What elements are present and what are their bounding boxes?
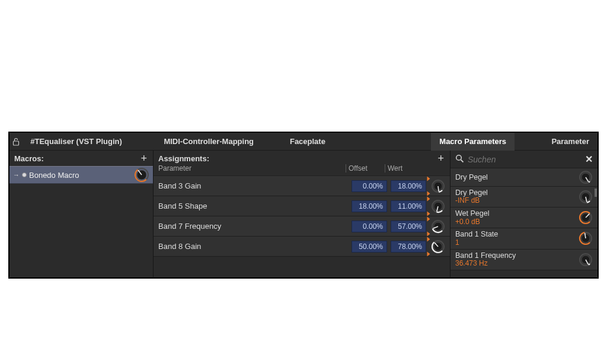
- param-row[interactable]: Wet Pegel +0.0 dB: [451, 207, 598, 228]
- param-name: Dry Pegel: [455, 189, 488, 197]
- scrollbar-thumb[interactable]: [595, 189, 597, 197]
- assignments-title: Assignments:: [158, 154, 209, 163]
- param-value: +0.0 dB: [455, 218, 489, 226]
- param-value: -INF dB: [455, 197, 488, 205]
- offset-value[interactable]: 0.00%: [352, 221, 387, 232]
- tab-plugin-name[interactable]: #TEqualiser (VST Plugin): [22, 133, 130, 151]
- wert-value[interactable]: 78.00%: [391, 241, 426, 253]
- param-knob[interactable]: [579, 190, 593, 204]
- assign-knob[interactable]: [431, 179, 445, 193]
- tab-macro-parameters[interactable]: Macro Parameters: [431, 133, 515, 151]
- assignment-row: Band 7 Frequency 0.00% 57.00%: [154, 216, 450, 237]
- range-max-handle[interactable]: [427, 216, 430, 221]
- svg-line-6: [438, 186, 439, 191]
- offset-value[interactable]: 50.00%: [352, 241, 387, 253]
- plugin-panel: #TEqualiser (VST Plugin) MIDI-Controller…: [8, 132, 599, 279]
- add-assignment-button[interactable]: +: [436, 152, 445, 165]
- range-max-handle[interactable]: [427, 237, 430, 241]
- range-min-handle[interactable]: [427, 251, 430, 256]
- svg-point-16: [456, 155, 462, 160]
- clear-search-button[interactable]: ✕: [585, 154, 593, 165]
- param-name: Band 1 State: [455, 230, 498, 238]
- assign-param-name: Band 5 Shape: [158, 202, 352, 210]
- search-input[interactable]: [468, 155, 582, 164]
- tab-midi-mapping[interactable]: MIDI-Controller-Mapping: [155, 133, 262, 151]
- wert-value[interactable]: 11.00%: [391, 200, 426, 212]
- assignment-row: Band 8 Gain 50.00% 78.00%: [154, 237, 450, 257]
- offset-value[interactable]: 0.00%: [352, 180, 387, 192]
- arrow-right-icon: →: [13, 171, 20, 178]
- param-name: Dry Pegel: [455, 173, 488, 181]
- assign-param-name: Band 7 Frequency: [158, 222, 352, 231]
- param-row[interactable]: Dry Pegel: [451, 168, 598, 187]
- wert-value[interactable]: 57.00%: [391, 221, 426, 232]
- lock-icon[interactable]: [9, 138, 22, 146]
- offset-value[interactable]: 18.00%: [352, 200, 387, 212]
- assignment-row: Band 3 Gain 0.00% 18.00%: [154, 176, 450, 196]
- param-knob[interactable]: [579, 253, 593, 267]
- param-value: 1: [455, 239, 498, 247]
- assignment-row: Band 5 Shape 18.00% 11.00%: [154, 196, 450, 216]
- bullet-icon: [22, 173, 27, 177]
- search-icon: [455, 154, 464, 165]
- range-min-handle[interactable]: [427, 231, 430, 236]
- range-max-handle[interactable]: [427, 176, 430, 181]
- param-row[interactable]: Band 1 State 1: [451, 228, 598, 249]
- assign-knob[interactable]: [431, 199, 445, 213]
- param-knob[interactable]: [579, 170, 593, 184]
- range-min-handle[interactable]: [427, 211, 430, 216]
- assign-knob[interactable]: [431, 219, 445, 234]
- svg-rect-0: [13, 141, 18, 145]
- parameter-search-panel: ✕ Dry Pegel Dry Pegel -INF dB Wet Pegel …: [451, 151, 598, 277]
- param-value: 36.473 Hz: [455, 260, 516, 268]
- param-name: Wet Pegel: [455, 209, 489, 218]
- tab-bar: #TEqualiser (VST Plugin) MIDI-Controller…: [9, 133, 598, 151]
- macro-label: Bonedo Macro: [29, 171, 79, 180]
- assign-knob[interactable]: [431, 240, 445, 254]
- col-wert: Wert: [385, 164, 424, 173]
- macro-item[interactable]: → Bonedo Macro: [9, 166, 153, 184]
- wert-value[interactable]: 18.00%: [391, 180, 426, 192]
- range-max-handle[interactable]: [427, 196, 430, 201]
- assign-param-name: Band 8 Gain: [158, 242, 352, 251]
- add-macro-button[interactable]: +: [139, 152, 148, 165]
- param-row[interactable]: Band 1 Frequency 36.473 Hz: [451, 250, 598, 270]
- range-min-handle[interactable]: [427, 191, 430, 196]
- param-knob[interactable]: [579, 231, 593, 245]
- tab-parameter[interactable]: Parameter: [543, 133, 598, 151]
- assign-param-name: Band 3 Gain: [158, 181, 352, 190]
- macros-panel: Macros: + → Bonedo Macro: [9, 151, 154, 277]
- macros-title: Macros:: [14, 154, 44, 163]
- tab-faceplate[interactable]: Faceplate: [282, 133, 334, 151]
- param-row[interactable]: Dry Pegel -INF dB: [451, 187, 598, 207]
- macro-knob[interactable]: [134, 167, 149, 183]
- col-parameter: Parameter: [158, 164, 346, 173]
- col-offset: Offset: [346, 164, 385, 173]
- assignments-panel: Assignments: + Parameter Offset Wert Ban…: [154, 151, 451, 277]
- param-name: Band 1 Frequency: [455, 251, 516, 260]
- param-knob[interactable]: [579, 210, 593, 225]
- svg-line-17: [461, 159, 463, 162]
